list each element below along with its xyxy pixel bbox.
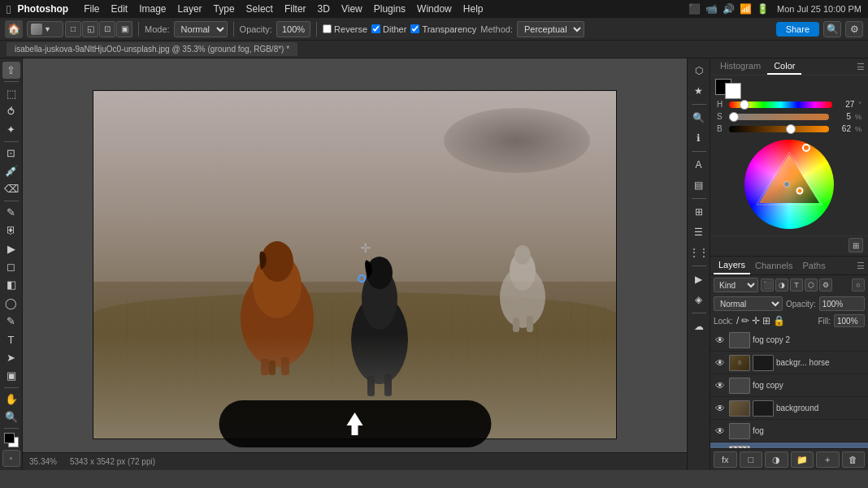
- tool-hand[interactable]: ✋: [2, 391, 20, 408]
- menu-view[interactable]: View: [336, 2, 368, 16]
- lock-transparent-icon[interactable]: /: [736, 315, 739, 326]
- layer-item[interactable]: 👁 fog: [710, 420, 868, 443]
- layer-visibility-eye[interactable]: 👁: [714, 402, 727, 415]
- brush-preset-picker[interactable]: ▼: [27, 21, 63, 37]
- color-selection-dot[interactable]: [796, 187, 804, 194]
- tool-brush[interactable]: ✎: [2, 204, 20, 221]
- share-button[interactable]: Share: [776, 22, 819, 37]
- mode-dropdown[interactable]: Normal: [174, 21, 228, 37]
- info-icon[interactable]: ℹ: [690, 129, 708, 147]
- menu-filter[interactable]: Filter: [279, 2, 312, 16]
- color-wheel-container[interactable]: [710, 135, 868, 235]
- layer-mask-button[interactable]: □: [740, 451, 763, 468]
- properties-icon[interactable]: ◈: [690, 291, 708, 309]
- layer-visibility-eye[interactable]: 👁: [714, 425, 727, 438]
- transparency-check[interactable]: Transparency: [410, 24, 476, 34]
- learn-icon[interactable]: ★: [690, 82, 708, 100]
- more-options-button[interactable]: ⚙: [845, 21, 863, 37]
- tool-lasso[interactable]: ⥀: [2, 103, 20, 120]
- kind-dropdown[interactable]: Kind: [714, 278, 758, 292]
- tool-magic-wand[interactable]: ✦: [2, 121, 20, 138]
- document-canvas[interactable]: ✛: [93, 90, 617, 439]
- tool-gradient[interactable]: ◧: [2, 276, 20, 293]
- tool-text[interactable]: T: [2, 330, 20, 348]
- adjustments-icon[interactable]: ⊞: [690, 203, 708, 221]
- layers-icon[interactable]: ☰: [690, 223, 708, 241]
- b-slider-track[interactable]: [729, 126, 829, 132]
- filter-toggle[interactable]: ○: [852, 279, 865, 292]
- upload-overlay-bar[interactable]: [219, 400, 491, 447]
- layer-visibility-eye[interactable]: 👁: [714, 334, 727, 347]
- tool-eraser[interactable]: ◻: [2, 258, 20, 275]
- menu-edit[interactable]: Edit: [105, 2, 133, 16]
- tool-shape[interactable]: ▣: [2, 367, 20, 384]
- channels-icon[interactable]: ⋮⋮: [690, 244, 708, 261]
- menu-type[interactable]: Type: [208, 2, 241, 16]
- swatches-icon[interactable]: ▤: [690, 176, 708, 194]
- tool-move[interactable]: ⇧: [2, 62, 20, 79]
- b-slider-thumb[interactable]: [786, 124, 796, 134]
- tool-eyedropper[interactable]: 💉: [2, 162, 20, 179]
- timeline-icon[interactable]: ▶: [690, 270, 708, 288]
- menu-window[interactable]: Window: [411, 2, 458, 16]
- layer-item[interactable]: 👁 8 backgr... horse: [710, 352, 868, 374]
- color-panel-settings[interactable]: ⊞: [848, 238, 863, 253]
- layer-fx-button[interactable]: fx: [714, 451, 737, 468]
- layer-item[interactable]: 👁 background: [710, 397, 868, 420]
- layer-delete-button[interactable]: 🗑: [842, 451, 866, 468]
- menu-file[interactable]: File: [78, 2, 105, 16]
- menu-plugins[interactable]: Plugins: [368, 2, 411, 16]
- shape-filter[interactable]: ⬡: [805, 279, 818, 292]
- h-slider-thumb[interactable]: [740, 100, 749, 110]
- type-filter[interactable]: T: [790, 279, 803, 292]
- lock-all-icon[interactable]: 🔒: [773, 315, 785, 326]
- menu-help[interactable]: Help: [458, 2, 489, 16]
- blend-mode-dropdown[interactable]: Normal: [714, 296, 783, 311]
- color-icon[interactable]: A: [690, 156, 708, 174]
- opacity-value[interactable]: 100%: [276, 21, 310, 37]
- menu-layer[interactable]: Layer: [172, 2, 208, 16]
- layer-visibility-eye[interactable]: 👁: [714, 356, 727, 369]
- tab-layers[interactable]: Layers: [714, 257, 750, 274]
- search-icon[interactable]: 🔍: [690, 109, 708, 127]
- history-icon[interactable]: ⬡: [690, 62, 708, 80]
- foreground-bg-colors[interactable]: [2, 431, 20, 448]
- canvas-area[interactable]: ✛ 35.34% 5343 x 3542 px (72 ppi): [23, 58, 687, 470]
- layer-group-button[interactable]: 📁: [791, 451, 814, 468]
- tool-select-rect[interactable]: ⬚: [2, 84, 20, 101]
- opacity-input[interactable]: 100%: [819, 296, 865, 311]
- method-dropdown[interactable]: Perceptual: [517, 21, 584, 37]
- smart-filter[interactable]: ⚙: [819, 279, 832, 292]
- layer-item[interactable]: 👁 fog copy: [710, 374, 868, 397]
- s-slider-track[interactable]: [729, 114, 829, 120]
- color-wheel[interactable]: [744, 140, 834, 229]
- panel-options-icon[interactable]: ☰: [857, 58, 865, 75]
- menu-image[interactable]: Image: [133, 2, 171, 16]
- pixel-filter[interactable]: ⬛: [761, 279, 774, 292]
- tab-channels[interactable]: Channels: [750, 257, 797, 274]
- tool-dodge[interactable]: ◯: [2, 295, 20, 312]
- tool-crop[interactable]: ⊡: [2, 145, 20, 162]
- tab-histogram[interactable]: Histogram: [714, 58, 767, 75]
- layers-panel-options[interactable]: ☰: [857, 261, 865, 271]
- menu-select[interactable]: Select: [241, 2, 279, 16]
- layer-new-button[interactable]: +: [816, 451, 840, 468]
- fill-input[interactable]: 100%: [834, 314, 865, 327]
- layer-adjustment-button[interactable]: ◑: [765, 451, 788, 468]
- color-secondary-dot[interactable]: [783, 181, 790, 188]
- lock-artboard-icon[interactable]: ⊞: [762, 315, 770, 326]
- tool-spot-heal[interactable]: ⌫: [2, 180, 20, 197]
- tool-pen[interactable]: ✎: [2, 313, 20, 330]
- layer-item-active[interactable]: 👁 ground fog: [710, 443, 868, 448]
- cloud-icon[interactable]: ☁: [690, 317, 708, 335]
- layer-item[interactable]: 👁 fog copy 2: [710, 329, 868, 352]
- lock-position-icon[interactable]: ✛: [752, 315, 760, 326]
- layer-visibility-eye[interactable]: 👁: [714, 379, 727, 392]
- reverse-check[interactable]: Reverse: [323, 24, 367, 34]
- doc-tab[interactable]: isabella-juskova-9aNltHjuOc0-unsplash.jp…: [7, 42, 297, 56]
- tool-history[interactable]: ▶: [2, 240, 20, 257]
- search-button[interactable]: 🔍: [823, 21, 841, 37]
- adjustment-filter[interactable]: ◑: [775, 279, 788, 292]
- background-swatch[interactable]: [725, 83, 741, 99]
- dither-check[interactable]: Dither: [371, 24, 406, 34]
